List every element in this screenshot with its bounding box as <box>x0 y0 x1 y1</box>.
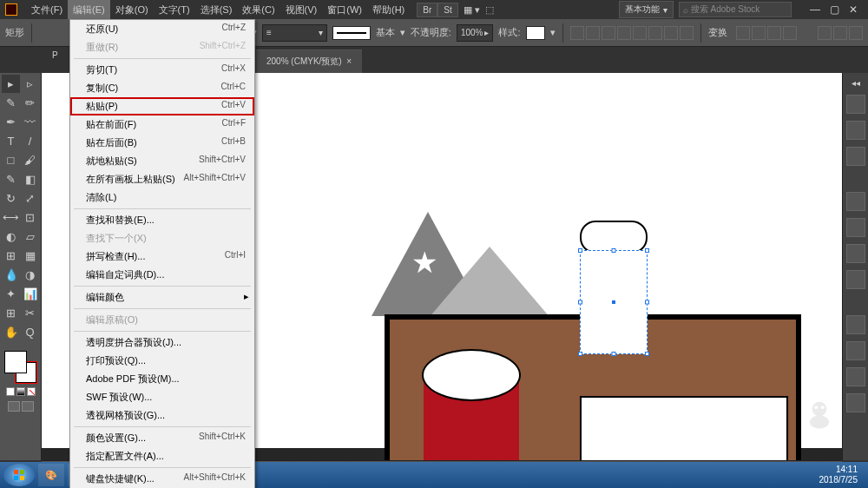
stroke-profile[interactable]: 基本 <box>376 26 395 39</box>
panel-expand-icon[interactable]: ◂◂ <box>852 78 860 88</box>
hand-tool[interactable]: ✋ <box>2 323 20 341</box>
width-tool[interactable]: ⟷ <box>2 208 20 227</box>
style-swatch[interactable] <box>526 26 545 40</box>
symbol-sprayer-tool[interactable]: ✦ <box>2 285 20 303</box>
direct-selection-tool[interactable]: ▹ <box>21 75 39 93</box>
panel-stroke[interactable] <box>846 315 865 334</box>
extra-buttons[interactable] <box>818 26 863 40</box>
shape-builder-tool[interactable]: ◐ <box>2 228 20 246</box>
line-tool[interactable]: / <box>21 132 39 150</box>
lasso-tool[interactable]: ✏ <box>21 94 39 112</box>
adobe-stock-search[interactable]: ⌕ 搜索 Adobe Stock <box>679 2 792 17</box>
stock-button[interactable]: St <box>437 3 457 17</box>
minimize-button[interactable]: — <box>806 3 825 16</box>
menu-select[interactable]: 选择(S) <box>195 0 238 19</box>
panel-symbols[interactable] <box>846 270 865 289</box>
menu-item-键盘快捷键k[interactable]: 键盘快捷键(K)...Alt+Shift+Ctrl+K <box>70 470 254 488</box>
bridge-button[interactable]: Br <box>417 3 437 17</box>
gradient-mode[interactable] <box>16 387 25 396</box>
pen-tool[interactable]: ✒ <box>2 113 20 131</box>
menu-view[interactable]: 视图(V) <box>280 0 323 19</box>
arrange-icon[interactable]: ▦ ▾ <box>464 4 480 16</box>
transform-buttons[interactable] <box>736 26 797 40</box>
menu-item-透视网格预设g[interactable]: 透视网格预设(G)... <box>70 406 254 425</box>
menu-item-透明度拼合器预设j[interactable]: 透明度拼合器预设(J)... <box>70 333 254 352</box>
panel-libraries[interactable] <box>846 147 865 166</box>
transform-label[interactable]: 变换 <box>708 26 727 39</box>
mesh-tool[interactable]: ⊞ <box>2 247 20 265</box>
close-button[interactable]: ✕ <box>844 3 863 16</box>
color-mode[interactable] <box>6 387 15 396</box>
menu-item-adobe pdf 预设m[interactable]: Adobe PDF 预设(M)... <box>70 370 254 388</box>
panel-brushes[interactable] <box>846 244 865 263</box>
selected-object[interactable] <box>580 250 648 354</box>
panel-appearance[interactable] <box>846 393 865 412</box>
menu-file[interactable]: 文件(F) <box>26 0 68 19</box>
workspace-switcher[interactable]: 基本功能 ▾ <box>619 1 674 18</box>
menu-item-清除l[interactable]: 清除(L) <box>70 188 254 207</box>
menu-item-贴在前面f[interactable]: 贴在前面(F)Ctrl+F <box>70 115 254 134</box>
panel-properties[interactable] <box>846 95 865 114</box>
menu-item-复制c[interactable]: 复制(C)Ctrl+C <box>70 79 254 97</box>
eyedropper-tool[interactable]: 💧 <box>2 266 20 284</box>
menu-help[interactable]: 帮助(H) <box>367 0 410 19</box>
menu-edit[interactable]: 编辑(E) <box>68 0 110 19</box>
panel-transparency[interactable] <box>846 367 865 386</box>
document-tab[interactable]: 200% (CMYK/预览) × <box>256 49 362 73</box>
menu-window[interactable]: 窗口(W) <box>322 0 367 19</box>
selection-tool[interactable]: ▸ <box>2 75 20 93</box>
menu-effect[interactable]: 效果(C) <box>237 0 279 19</box>
perspective-tool[interactable]: ▱ <box>21 228 39 246</box>
menu-item-剪切t[interactable]: 剪切(T)Ctrl+X <box>70 61 254 79</box>
rectangle-tool[interactable]: □ <box>2 151 20 169</box>
type-tool[interactable]: T <box>2 132 20 150</box>
menu-item-查找和替换e[interactable]: 查找和替换(E)... <box>70 211 254 229</box>
menu-item-指定配置文件a[interactable]: 指定配置文件(A)... <box>70 447 254 465</box>
none-mode[interactable] <box>27 387 36 396</box>
panel-layers[interactable] <box>846 121 865 140</box>
gradient-tool[interactable]: ▦ <box>21 247 39 265</box>
menu-item-贴在后面b[interactable]: 贴在后面(B)Ctrl+B <box>70 134 254 152</box>
panel-gradient[interactable] <box>846 341 865 360</box>
paintbrush-tool[interactable]: 🖌 <box>21 151 39 169</box>
screen-mode-normal[interactable] <box>8 401 20 412</box>
curvature-tool[interactable]: 〰 <box>21 113 39 131</box>
shape-white-rect[interactable] <box>580 396 788 460</box>
menu-item-打印预设q[interactable]: 打印预设(Q)... <box>70 352 254 370</box>
task-paint[interactable]: 🎨 <box>38 464 64 486</box>
zoom-tool[interactable]: Q <box>21 323 39 341</box>
menu-object[interactable]: 对象(O) <box>110 0 154 19</box>
stroke-style[interactable] <box>332 26 371 40</box>
artboard-tool[interactable]: ⊞ <box>2 304 20 322</box>
menu-item-粘贴p[interactable]: 粘贴(P)Ctrl+V <box>70 97 254 115</box>
magic-wand-tool[interactable]: ✎ <box>2 94 20 112</box>
scale-tool[interactable]: ⤢ <box>21 189 39 208</box>
tab-close-icon[interactable]: × <box>346 56 352 66</box>
menu-item-编辑颜色[interactable]: 编辑颜色 <box>70 288 254 307</box>
graph-tool[interactable]: 📊 <box>21 285 39 303</box>
menu-item-swf 预设w[interactable]: SWF 预设(W)... <box>70 388 254 406</box>
menu-item-在所有画板上粘贴s[interactable]: 在所有画板上粘贴(S)Alt+Shift+Ctrl+V <box>70 170 254 188</box>
blend-tool[interactable]: ◑ <box>21 266 39 284</box>
panel-swatches[interactable] <box>846 218 865 237</box>
free-transform-tool[interactable]: ⊡ <box>21 208 39 227</box>
screen-mode-full[interactable] <box>22 401 34 412</box>
slice-tool[interactable]: ✂ <box>21 304 39 322</box>
gpu-icon[interactable]: ⬚ <box>485 4 494 16</box>
shaper-tool[interactable]: ✎ <box>2 170 20 188</box>
shape-triangle-light[interactable] <box>429 247 550 318</box>
rotate-tool[interactable]: ↻ <box>2 189 20 208</box>
shape-ellipse[interactable] <box>422 349 521 401</box>
system-clock[interactable]: 14:11 2018/7/25 <box>819 465 865 485</box>
menu-type[interactable]: 文字(T) <box>154 0 195 19</box>
eraser-tool[interactable]: ◧ <box>21 170 39 188</box>
fill-color[interactable] <box>4 351 27 373</box>
maximize-button[interactable]: ▢ <box>825 3 844 16</box>
menu-item-编辑自定词典d[interactable]: 编辑自定词典(D)... <box>70 266 254 284</box>
menu-item-拼写检查h[interactable]: 拼写检查(H)...Ctrl+I <box>70 247 254 266</box>
stroke-weight[interactable]: ≡ ▾ <box>262 24 327 42</box>
opacity-field[interactable]: 100% ▸ <box>457 24 494 42</box>
panel-color[interactable] <box>846 192 865 211</box>
menu-item-颜色设置g[interactable]: 颜色设置(G)...Shift+Ctrl+K <box>70 429 254 447</box>
menu-item-还原u[interactable]: 还原(U)Ctrl+Z <box>70 20 254 38</box>
